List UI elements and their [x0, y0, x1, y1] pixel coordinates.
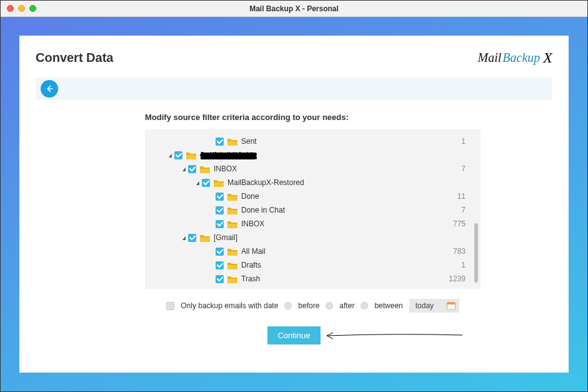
folder-count: 7 — [446, 206, 481, 214]
folder-checkbox[interactable] — [216, 275, 224, 283]
folder-label: INBOX — [214, 164, 446, 173]
folder-checkbox[interactable] — [216, 261, 224, 269]
content-card: Convert Data MailBackup X Modify source … — [19, 36, 569, 373]
app-body: Convert Data MailBackup X Modify source … — [1, 17, 587, 391]
folder-row[interactable]: ◢Done in Chat7 — [145, 203, 481, 217]
date-filter-bar: Only backup emails with date before afte… — [145, 299, 481, 313]
radio-after[interactable] — [326, 302, 333, 309]
redacted-label — [200, 152, 256, 159]
back-button[interactable] — [41, 80, 58, 98]
logo-part-x: X — [543, 49, 552, 66]
folder-checkbox[interactable] — [188, 234, 196, 242]
folder-tree: ◢Sent1◢◢INBOX7◢MailBackupX-Restored◢Done… — [145, 129, 481, 289]
folder-label: Done — [241, 192, 446, 201]
folder-checkbox[interactable] — [216, 206, 224, 214]
folder-label: MailBackupX-Restored — [227, 178, 446, 187]
folder-icon — [227, 275, 237, 283]
radio-before[interactable] — [284, 302, 292, 309]
back-strip — [36, 78, 552, 100]
folder-icon — [214, 179, 224, 187]
svg-rect-1 — [447, 303, 455, 304]
only-backup-checkbox[interactable] — [166, 302, 174, 310]
folder-checkbox[interactable] — [216, 220, 224, 228]
folder-icon — [186, 151, 196, 159]
folder-checkbox[interactable] — [188, 165, 196, 173]
folder-row[interactable]: ◢[Gmail] — [145, 231, 481, 244]
minimize-window-button[interactable] — [18, 5, 25, 12]
svg-rect-3 — [452, 302, 454, 304]
folder-row[interactable]: ◢ — [145, 148, 481, 162]
folder-label: All Mail — [241, 247, 446, 256]
traffic-lights — [7, 5, 36, 12]
window-title: Mail Backup X - Personal — [1, 4, 587, 13]
annotation-arrow — [322, 329, 466, 342]
expand-toggle-icon[interactable]: ◢ — [195, 180, 200, 186]
radio-before-label: before — [298, 301, 319, 310]
folder-icon — [227, 193, 237, 201]
folder-icon — [200, 165, 210, 173]
folder-checkbox[interactable] — [216, 138, 224, 146]
folder-row[interactable]: ◢Done11 — [145, 189, 481, 203]
expand-toggle-icon[interactable]: ◢ — [181, 166, 186, 172]
svg-rect-2 — [449, 302, 450, 304]
folder-icon — [200, 234, 210, 242]
app-logo: MailBackup X — [478, 49, 552, 66]
folder-icon — [227, 261, 237, 269]
folder-checkbox[interactable] — [174, 151, 182, 159]
folder-count: 11 — [446, 192, 481, 201]
folder-icon — [227, 220, 237, 228]
folder-checkbox[interactable] — [216, 193, 224, 201]
instruction-text: Modify source filter criteria according … — [145, 113, 552, 122]
close-window-button[interactable] — [7, 5, 14, 12]
folder-label — [200, 151, 446, 159]
app-window: Mail Backup X - Personal Convert Data Ma… — [0, 0, 588, 392]
folder-row[interactable]: ◢INBOX7 — [145, 162, 481, 176]
radio-between-label: between — [374, 301, 402, 310]
folder-label: Trash — [241, 274, 446, 283]
folder-row[interactable]: ◢Drafts1 — [145, 258, 481, 272]
folder-row[interactable]: ◢INBOX775 — [145, 217, 481, 231]
folder-icon — [227, 138, 237, 146]
date-value-box[interactable]: today — [409, 299, 459, 313]
folder-checkbox[interactable] — [216, 248, 224, 256]
calendar-icon — [447, 302, 456, 310]
titlebar: Mail Backup X - Personal — [1, 1, 587, 17]
folder-label: Sent — [241, 137, 446, 146]
scrollbar-thumb[interactable] — [474, 223, 478, 283]
folder-row[interactable]: ◢Trash1239 — [145, 272, 481, 286]
folder-label: INBOX — [241, 219, 446, 228]
card-header: Convert Data MailBackup X — [36, 49, 552, 66]
folder-count: 1 — [446, 137, 481, 146]
folder-count: 7 — [446, 164, 481, 173]
expand-toggle-icon[interactable]: ◢ — [181, 235, 186, 241]
zoom-window-button[interactable] — [29, 5, 36, 12]
folder-row[interactable]: ◢MailBackupX-Restored — [145, 176, 481, 189]
arrow-left-icon — [45, 84, 54, 93]
radio-after-label: after — [339, 301, 354, 310]
continue-row: Continue — [36, 326, 552, 344]
folder-icon — [227, 248, 237, 256]
logo-part-mail: Mail — [478, 51, 502, 65]
logo-part-backup: Backup — [502, 51, 540, 65]
date-value-text: today — [416, 301, 434, 310]
folder-label: Done in Chat — [241, 206, 446, 214]
folder-label: [Gmail] — [214, 233, 446, 242]
page-title: Convert Data — [36, 51, 113, 65]
folder-checkbox[interactable] — [202, 179, 210, 187]
radio-between[interactable] — [361, 302, 368, 309]
folder-icon — [227, 206, 237, 214]
folder-label: Drafts — [241, 261, 446, 269]
folder-row[interactable]: ◢Sent1 — [145, 134, 481, 148]
only-backup-label: Only backup emails with date — [181, 301, 278, 310]
expand-toggle-icon[interactable]: ◢ — [167, 153, 172, 158]
folder-row[interactable]: ◢All Mail783 — [145, 244, 481, 258]
continue-button[interactable]: Continue — [267, 326, 320, 344]
